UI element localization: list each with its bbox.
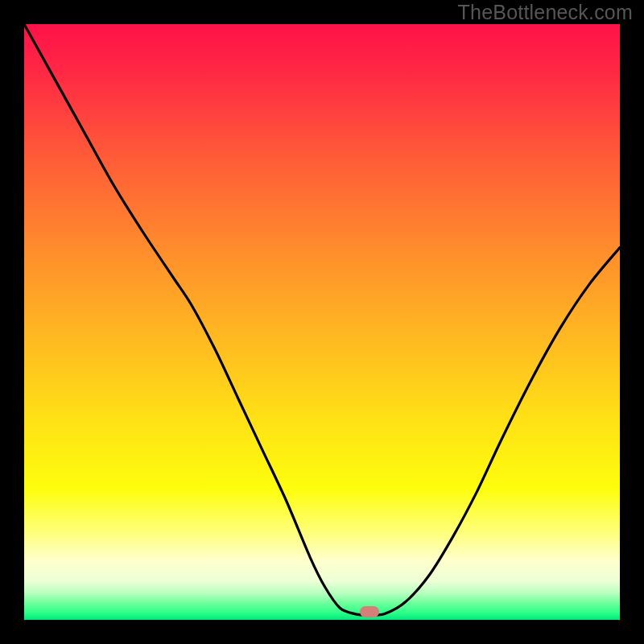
chart-frame: TheBottleneck.com	[0, 0, 644, 644]
watermark-text: TheBottleneck.com	[458, 1, 633, 24]
optimal-marker	[360, 606, 379, 617]
bottleneck-curve	[24, 24, 620, 620]
plot-area	[24, 24, 620, 620]
